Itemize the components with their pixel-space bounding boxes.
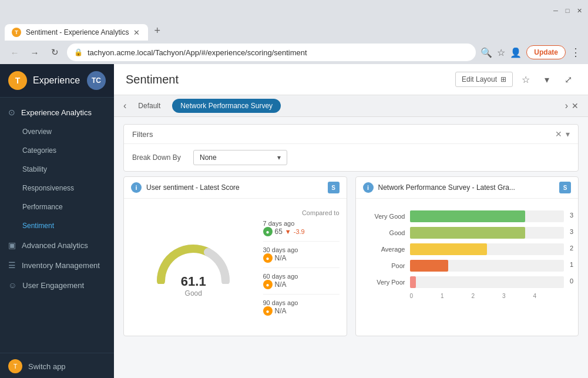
expand-button[interactable]: ⤢ <box>560 71 576 88</box>
break-down-by-select[interactable]: None ▾ <box>193 150 287 165</box>
comparison-30d: 30 days ago ● N/A <box>263 246 340 268</box>
user-avatar[interactable]: TC <box>87 71 106 90</box>
sidebar-item-categories[interactable]: Categories <box>0 141 114 160</box>
address-bar: ← → ↻ 🔒 tachyon.acme.local/Tachyon/App/#… <box>0 41 588 64</box>
axis-2: 2 <box>472 293 503 299</box>
gauge-svg: 61.1 Good <box>152 237 234 297</box>
sidebar-item-responsiveness[interactable]: Responsiveness <box>0 179 114 198</box>
filters-dropdown-btn[interactable]: ▾ <box>566 129 570 139</box>
switch-app-label: Switch app <box>28 362 66 371</box>
filters-title: Filters <box>132 130 153 139</box>
tab-bar-end: › ✕ <box>565 101 579 111</box>
sentiment-card-header: i User sentiment - Latest Score S <box>124 177 347 199</box>
select-arrow-icon: ▾ <box>277 153 281 162</box>
browser-tab-active[interactable]: T Sentiment - Experience Analytics ✕ <box>5 24 148 41</box>
sidebar-item-stability[interactable]: Stability <box>0 160 114 179</box>
sidebar-item-sentiment[interactable]: Sentiment <box>0 216 114 235</box>
app-icon: T <box>8 71 27 90</box>
address-bar-right: 🔍 ☆ 👤 Update ⋮ <box>481 45 581 59</box>
filters-header: Filters ✕ ▾ <box>124 125 578 144</box>
filter-row: Break Down By None ▾ <box>124 144 578 171</box>
browser-tab-bar: T Sentiment - Experience Analytics ✕ + <box>0 21 588 41</box>
forward-button[interactable]: → <box>27 45 42 60</box>
comparison-7d: 7 days ago ● 65 ▼ -3.9 <box>263 220 340 242</box>
sidebar-item-performance[interactable]: Performance <box>0 198 114 216</box>
edit-layout-button[interactable]: Edit Layout ⊞ <box>455 72 513 87</box>
minimize-button[interactable]: ─ <box>552 6 560 15</box>
tab-next-arrow[interactable]: › <box>565 101 568 111</box>
bar-val-average: 2 <box>570 245 573 252</box>
dot-7d: ● <box>263 227 273 236</box>
bar-axis: 0 1 2 3 4 <box>410 293 565 299</box>
update-button[interactable]: Update <box>526 45 566 59</box>
comparison-title: Compared to <box>263 209 340 216</box>
filters-section: Filters ✕ ▾ Break Down By None ▾ <box>123 124 579 172</box>
tab-close-button[interactable]: ✕ <box>133 28 140 37</box>
main-content: Sentiment Edit Layout ⊞ ☆ ▾ ⤢ ‹ Default … <box>114 64 588 378</box>
survey-card-body: Very Good 3 Good 3 <box>356 199 579 311</box>
bar-chart-area: Very Good 3 Good 3 <box>363 206 572 304</box>
sidebar-nav: ⊙ Experience Analytics Overview Categori… <box>0 98 114 353</box>
dot-60d: ● <box>263 280 273 289</box>
url-text: tachyon.acme.local/Tachyon/App/#/experie… <box>88 48 469 57</box>
window-controls: ─ □ ✕ <box>552 6 583 15</box>
star-button[interactable]: ☆ <box>518 71 534 88</box>
bar-row-good: Good 3 <box>370 227 565 239</box>
period-30d: 30 days ago <box>263 246 340 253</box>
user-engagement-label: User Engagement <box>22 281 84 290</box>
sidebar-item-experience-analytics[interactable]: ⊙ Experience Analytics <box>0 102 114 122</box>
performance-label: Performance <box>22 203 63 211</box>
sentiment-label: Sentiment <box>22 222 54 230</box>
refresh-button[interactable]: ↻ <box>47 45 62 60</box>
sentiment-score-card: i User sentiment - Latest Score S <box>123 176 347 336</box>
filters-clear-btn[interactable]: ✕ <box>555 129 562 139</box>
bar-fill-good <box>410 227 526 239</box>
bar-row-very-poor: Very Poor 0 <box>370 276 565 288</box>
tab-favicon: T <box>12 28 21 37</box>
sidebar-item-overview[interactable]: Overview <box>0 122 114 141</box>
axis-0: 0 <box>410 293 441 299</box>
break-down-by-label: Break Down By <box>132 153 185 162</box>
tab-prev-arrow[interactable]: ‹ <box>123 101 126 111</box>
bar-val-very-good: 3 <box>570 212 573 219</box>
url-bar[interactable]: 🔒 tachyon.acme.local/Tachyon/App/#/exper… <box>67 44 476 61</box>
sidebar-item-advanced-analytics[interactable]: ▣ Advanced Analytics <box>0 235 114 255</box>
sidebar-item-user-engagement[interactable]: ☺ User Engagement <box>0 275 114 295</box>
bar-fill-very-poor <box>410 276 416 288</box>
page-title: Sentiment <box>126 73 179 86</box>
account-icon[interactable]: 👤 <box>510 47 522 58</box>
bar-track-good: 3 <box>410 227 565 239</box>
header-actions: Edit Layout ⊞ ☆ ▾ ⤢ <box>455 71 576 88</box>
sidebar-item-inventory-management[interactable]: ☰ Inventory Management <box>0 255 114 275</box>
maximize-button[interactable]: □ <box>563 6 572 15</box>
axis-3: 3 <box>502 293 533 299</box>
tab-default[interactable]: Default <box>130 99 169 113</box>
user-engagement-icon: ☺ <box>8 280 16 290</box>
search-icon[interactable]: 🔍 <box>481 47 492 58</box>
comparison-60d: 60 days ago ● N/A <box>263 273 340 295</box>
back-button[interactable]: ← <box>7 45 22 60</box>
bar-row-poor: Poor 1 <box>370 260 565 272</box>
grid-icon: ⊞ <box>500 75 506 83</box>
new-tab-button[interactable]: + <box>148 21 166 41</box>
cards-area: i User sentiment - Latest Score S <box>114 176 588 346</box>
bar-label-poor: Poor <box>370 262 405 269</box>
bar-label-very-good: Very Good <box>370 213 405 220</box>
stability-label: Stability <box>22 165 47 173</box>
survey-card-title: Network Performance Survey - Latest Gra.… <box>378 183 555 192</box>
comparison-90d: 90 days ago ● N/A <box>263 299 340 320</box>
bookmark-icon[interactable]: ☆ <box>497 47 505 58</box>
responsiveness-label: Responsiveness <box>22 184 74 192</box>
dropdown-button[interactable]: ▾ <box>539 71 555 88</box>
browser-menu-button[interactable]: ⋮ <box>570 46 581 59</box>
sidebar-item-label: Experience Analytics <box>21 108 92 117</box>
sentiment-card-badge: S <box>328 182 340 193</box>
survey-info-icon: i <box>363 182 374 193</box>
axis-1: 1 <box>441 293 472 299</box>
close-button[interactable]: ✕ <box>575 6 583 15</box>
period-60d: 60 days ago <box>263 273 340 280</box>
tab-network-performance[interactable]: Network Performance Survey <box>172 99 281 113</box>
bar-track-average: 2 <box>410 243 565 255</box>
switch-app-button[interactable]: T Switch app <box>0 353 114 378</box>
tab-close-x[interactable]: ✕ <box>572 101 579 111</box>
